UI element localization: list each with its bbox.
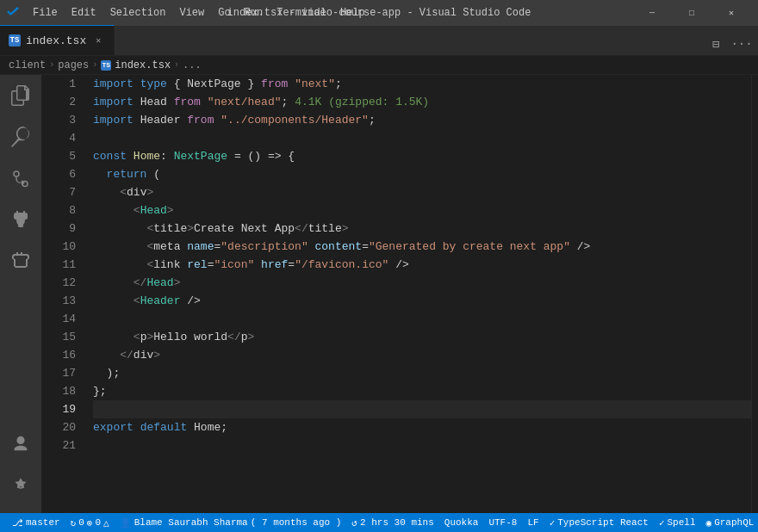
branch-status[interactable]: ⎇ master [7,513,65,532]
token: return [107,165,147,183]
token: Header [140,292,181,310]
token [187,418,194,436]
token: href [261,256,288,274]
menu-item-file[interactable]: File [26,0,65,26]
code-area[interactable]: 123456789101112131415161718192021 import… [41,75,751,513]
token: > [153,346,160,364]
breadcrumb-pages[interactable]: pages [58,59,89,71]
tab-index-tsx[interactable]: TS index.tsx ✕ [0,25,115,55]
line-number-13: 13 [41,292,76,310]
extensions-activity-icon[interactable] [0,240,41,281]
spell-status[interactable]: ✓ Spell [654,513,701,532]
quokka-status[interactable]: Quokka [439,513,484,532]
title-bar-controls[interactable]: ─ □ ✕ [632,0,751,26]
token [201,93,208,111]
graphql-status[interactable]: ◉ GraphQL [701,513,758,532]
tab-bar: TS index.tsx ✕ ⊟ ··· [0,26,758,56]
graphql-label: GraphQL [714,517,754,528]
token: < [146,220,153,238]
account-activity-icon[interactable] [0,424,41,465]
token: }; [93,382,107,400]
activity-bar [0,75,41,513]
token: div [127,183,146,201]
code-line-10: <meta name="description" content="Genera… [93,238,751,256]
token: Header [140,111,181,129]
time-status[interactable]: ↺ 2 hrs 30 mins [346,513,438,532]
token [93,201,134,220]
token: Home [134,147,160,165]
line-number-1: 1 [41,75,76,93]
line-number-19: 19 [41,400,76,418]
maximize-button[interactable]: □ [672,0,711,26]
warning-icon: △ [103,517,109,529]
encoding-status[interactable]: UTF-8 [483,513,522,532]
more-actions-button[interactable]: ··· [730,33,753,55]
breadcrumb-filename[interactable]: index.tsx [115,59,171,71]
menu-item-view[interactable]: View [172,0,211,26]
language-status[interactable]: ✓ TypeScript React [544,513,654,532]
code-line-19 [93,400,751,418]
breadcrumb-client[interactable]: client [9,59,46,71]
line-ending-status[interactable]: LF [522,513,544,532]
token [254,256,261,274]
sync-status[interactable]: ↻ 0 ⊗ 0 △ [65,513,115,532]
token: ; [282,93,295,111]
token [180,111,187,129]
line-number-4: 4 [41,129,76,147]
explorer-icon[interactable] [0,75,41,116]
encoding-label: UTF-8 [488,517,517,528]
token [93,165,107,183]
breadcrumb-more[interactable]: ... [183,59,202,71]
split-editor-button[interactable]: ⊟ [705,33,727,55]
token: { [282,147,295,165]
tab-close-button[interactable]: ✕ [91,34,105,47]
token [288,75,295,93]
settings-activity-icon[interactable] [0,465,41,506]
menu-item-selection[interactable]: Selection [103,0,173,26]
token: p [241,328,248,346]
token: < [146,238,153,256]
editor[interactable]: 123456789101112131415161718192021 import… [41,75,751,513]
token [308,238,315,256]
close-button[interactable]: ✕ [711,0,751,26]
token [167,75,174,93]
line-number-12: 12 [41,274,76,292]
token: > [146,183,153,201]
line-ending-label: LF [527,517,538,528]
token: < [134,292,140,310]
token: > [167,201,174,220]
token: title [153,220,187,238]
token: = [208,256,214,274]
token [167,93,174,111]
code-line-7: <div> [93,183,751,201]
code-line-12: </Head> [93,274,751,292]
vscode-icon [7,6,21,20]
token: Hello world [153,328,227,346]
token: Head [140,93,167,111]
code-line-11: <link rel="icon" href="/favicon.ico" /> [93,256,751,274]
token: "../components/Header" [221,111,369,129]
code-line-17: ); [93,364,751,382]
line-number-16: 16 [41,346,76,364]
token: "description" [221,238,308,256]
token: link [153,256,187,274]
minimize-button[interactable]: ─ [632,0,672,26]
minimap[interactable] [751,75,758,513]
code-content[interactable]: import type { NextPage } from "next";imp… [84,75,751,513]
menu-item-edit[interactable]: Edit [65,0,103,26]
debug-activity-icon[interactable] [0,199,41,240]
token: ); [93,364,120,382]
token: ; [369,111,376,129]
source-control-activity-icon[interactable] [0,158,41,199]
search-activity-icon[interactable] [0,116,41,158]
token: </ [227,328,241,346]
blame-status[interactable]: 👤 Blame Saurabh Sharma ( 7 months ago ) [115,513,347,532]
token: "/favicon.ico" [295,256,388,274]
title-bar-title: index.tsx - video-course-app - Visual St… [227,7,531,19]
token: Home [194,418,221,436]
token: "next" [295,75,335,93]
token: p [140,328,147,346]
token [93,238,146,256]
token [214,111,221,129]
token: from [174,93,201,111]
